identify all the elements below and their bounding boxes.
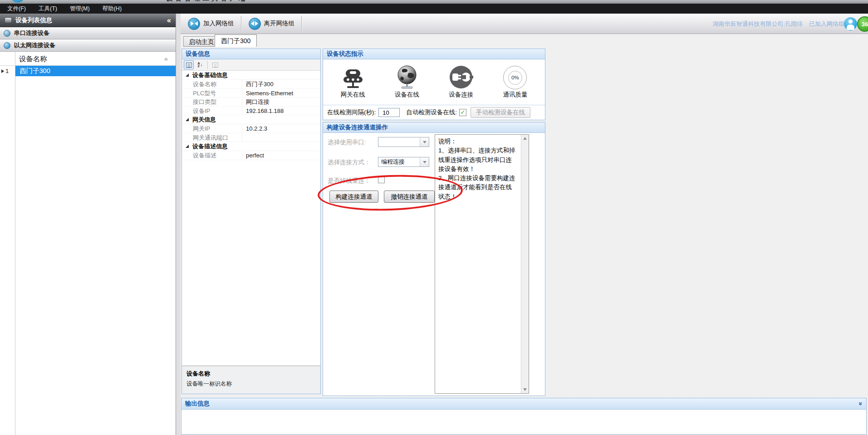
device-status-header: 设备状态指示 — [323, 49, 545, 59]
comm-quality-value: 0% — [511, 75, 519, 80]
property-grid-toolbar: A Z ↓ — [182, 59, 320, 71]
sidebar-item-label: 以太网连接设备 — [14, 41, 55, 49]
device-status-title: 设备状态指示 — [327, 50, 363, 58]
property-row[interactable]: 设备IP 192.168.1.188 — [182, 107, 320, 116]
property-row[interactable]: 设备名称 西门子300 — [182, 80, 320, 89]
device-table-header[interactable]: 设备名称 — [0, 52, 176, 66]
interval-label: 在线检测间隔(秒): — [327, 108, 376, 117]
connect-mode-label: 选择连接方式： — [328, 158, 371, 166]
selected-property-description: 设备唯一标识名称 — [186, 380, 316, 388]
network-status-text: 已加入网络组 — [809, 20, 844, 28]
leave-group-label: 离开网络组 — [264, 20, 295, 28]
scroll-up-icon[interactable] — [523, 137, 527, 140]
app-icon — [11, 0, 25, 3]
sidebar-item-serial-devices[interactable]: 串口连接设备 — [0, 27, 176, 39]
collapse-sidebar-icon[interactable]: « — [167, 17, 171, 24]
chevron-down-icon[interactable] — [420, 157, 429, 166]
build-channel-title: 构建设备连接通道操作 — [327, 123, 388, 132]
leave-network-group-button[interactable]: 离开网络组 — [244, 15, 299, 32]
device-info-panel: 设备信息 A Z ↓ — [181, 49, 321, 394]
user-avatar — [844, 17, 857, 30]
toolbar-separator — [241, 16, 242, 31]
connect-mode-select[interactable]: 编程连接 — [378, 157, 429, 167]
indicator-device-connect: 设备连接 — [436, 63, 486, 99]
manual-detect-button[interactable]: 手动检测设备在线 — [471, 107, 530, 118]
collapse-output-icon[interactable]: « — [857, 402, 863, 406]
indicator-gateway-online: 网关在线 — [328, 63, 378, 99]
category-description-info[interactable]: 设备描述信息 — [182, 142, 320, 151]
menu-tools[interactable]: 工具(T) — [32, 4, 64, 14]
output-panel: 输出信息 « — [181, 398, 867, 435]
join-group-icon — [188, 18, 200, 30]
property-description-box: 设备名称 设备唯一标识名称 — [182, 366, 320, 394]
auto-detect-checkbox[interactable]: ✓ — [459, 109, 466, 116]
device-list-icon — [5, 17, 12, 23]
toolbar-separator — [301, 16, 302, 31]
company-user-text: 湖南华辰智通科技有限公司:孔雨绵 — [712, 20, 803, 28]
device-list-sidebar: 设备列表信息 « 串口连接设备 以太网连接设备 设备名称 1 西门子300 — [0, 14, 176, 435]
property-row[interactable]: 接口类型 网口连接 — [182, 98, 320, 107]
interval-input[interactable] — [378, 108, 400, 117]
chevron-down-icon[interactable] — [420, 137, 429, 147]
current-row-arrow-icon — [1, 69, 4, 73]
property-row[interactable]: 网关通讯端口 — [182, 133, 320, 142]
window-titlebar: 设备管理工具客户端 — [0, 0, 868, 4]
join-network-group-button[interactable]: 加入网络组 — [183, 15, 239, 32]
category-basic-info[interactable]: 设备基础信息 — [182, 71, 320, 80]
sidebar-header: 设备列表信息 « — [0, 14, 176, 27]
sidebar-item-ethernet-devices[interactable]: 以太网连接设备 — [0, 39, 176, 52]
badge-36: 36 — [857, 16, 868, 32]
device-info-header: 设备信息 — [182, 49, 320, 59]
scroll-down-icon[interactable] — [523, 388, 527, 391]
document-tabstrip: 启动主页 西门子300 — [181, 34, 868, 47]
sidebar-title: 设备列表信息 — [15, 16, 167, 24]
tab-start-home[interactable]: 启动主页 — [183, 36, 220, 47]
auto-detect-label: 自动检测设备在线: — [406, 108, 457, 117]
serial-port-select[interactable] — [378, 137, 429, 147]
output-content — [181, 410, 866, 434]
expander-icon[interactable] — [186, 118, 189, 121]
status-indicators: 网关在线 — [323, 59, 545, 99]
note-line-1: 1、选择串口、连接方式和掉线重连操作选项只对串口连接设备有效！ — [438, 146, 518, 174]
build-channel-header: 构建设备连接通道操作 — [323, 122, 545, 133]
property-row[interactable]: 网关IP 10.2.2.3 — [182, 124, 320, 133]
note-line-2: 2、网口连接设备需要构建连接通道后才能看到是否在线状态！ — [438, 174, 518, 201]
output-header: 输出信息 « — [181, 398, 866, 410]
menu-manage[interactable]: 管理(M) — [64, 4, 96, 14]
reconnect-checkbox[interactable] — [378, 176, 385, 183]
property-row[interactable]: PLC型号 Siemens-Ethernet — [182, 89, 320, 98]
row-number: 1 — [5, 68, 9, 74]
property-grid: 设备基础信息 设备名称 西门子300 PLC型号 Siemens-Etherne… — [182, 71, 320, 366]
property-row[interactable]: 设备描述 perfect — [182, 151, 320, 160]
sort-indicator-icon — [164, 57, 168, 60]
device-name-column-header[interactable]: 设备名称 — [19, 54, 47, 64]
menu-file[interactable]: 文件(F) — [1, 4, 32, 14]
alphabetical-sort-icon[interactable]: A Z ↓ — [195, 60, 205, 69]
categorized-view-icon[interactable] — [184, 60, 194, 69]
build-channel-panel: 构建设备连接通道操作 选择使用串口: 选择连接方式： 编程连接 是否掉线重连： — [323, 122, 545, 396]
build-channel-body: 选择使用串口: 选择连接方式： 编程连接 是否掉线重连： 构建连接通道 撤销连接… — [323, 133, 545, 396]
app-window: 设备管理工具客户端 文件(F) 工具(T) 管理(M) 帮助(H) 设备列表信息… — [0, 0, 868, 435]
ethernet-devices-icon — [4, 42, 10, 49]
serial-port-label: 选择使用串口: — [328, 138, 366, 147]
reconnect-label: 是否掉线重连： — [328, 177, 371, 185]
online-detect-row: 在线检测间隔(秒): 自动检测设备在线: ✓ 手动检测设备在线 — [323, 105, 545, 120]
tab-siemens-300[interactable]: 西门子300 — [215, 34, 257, 47]
expander-icon[interactable] — [186, 145, 189, 148]
category-gateway-info[interactable]: 网关信息 — [182, 115, 320, 124]
selected-property-name: 设备名称 — [186, 370, 316, 378]
row-header-divider — [15, 52, 15, 435]
expander-icon[interactable] — [186, 73, 189, 77]
window-title: 设备管理工具客户端 — [166, 0, 248, 3]
row-number-cell: 1 — [0, 66, 15, 76]
device-online-globe-icon — [396, 65, 418, 89]
output-title: 输出信息 — [185, 400, 210, 408]
menu-help[interactable]: 帮助(H) — [96, 4, 128, 14]
revoke-channel-button[interactable]: 撤销连接通道 — [384, 191, 435, 203]
table-row-selected[interactable]: 西门子300 — [15, 66, 176, 76]
build-channel-button[interactable]: 构建连接通道 — [329, 191, 378, 203]
leave-group-icon — [249, 18, 261, 30]
sidebar-splitter[interactable] — [176, 14, 181, 435]
note-scrollbar[interactable] — [521, 135, 529, 393]
user-info-area: 湖南华辰智通科技有限公司:孔雨绵 已加入网络组 — [712, 14, 844, 34]
